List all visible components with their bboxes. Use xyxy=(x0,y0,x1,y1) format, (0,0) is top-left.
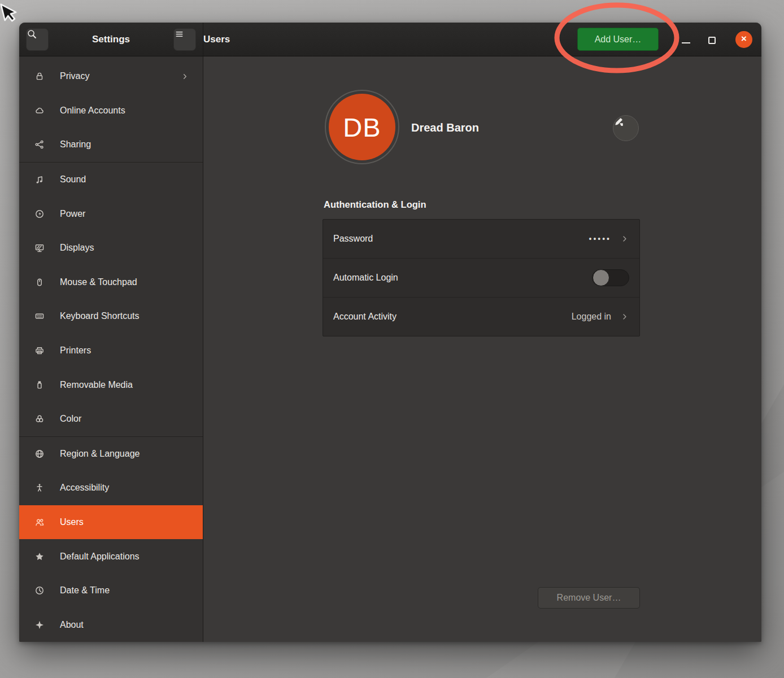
keyboard-icon xyxy=(34,311,45,321)
users-icon xyxy=(34,517,45,527)
share-icon xyxy=(34,139,45,150)
sidebar-list: PrivacyOnline AccountsSharingSoundPowerD… xyxy=(19,56,203,642)
settings-window: Settings Users Add User… × PrivacyOnline… xyxy=(19,23,761,642)
auth-login-card: Password•••••Automatic LoginAccount Acti… xyxy=(323,219,640,336)
row-right: Logged in xyxy=(572,312,629,322)
sidebar-item-color[interactable]: Color xyxy=(19,402,203,436)
sidebar-item-label: Displays xyxy=(60,243,94,253)
page-title: Users xyxy=(203,34,230,45)
cloud-icon xyxy=(34,106,45,116)
sidebar-item-keyboard-shortcuts[interactable]: Keyboard Shortcuts xyxy=(19,299,203,334)
sidebar-item-default-applications[interactable]: Default Applications xyxy=(19,539,203,574)
chevron-right-icon xyxy=(181,72,189,81)
sidebar-item-label: Mouse & Touchpad xyxy=(60,277,137,287)
pencil-icon xyxy=(613,116,638,141)
printer-icon xyxy=(34,345,45,356)
sidebar-item-label: Default Applications xyxy=(60,552,140,562)
sidebar-item-accessibility[interactable]: Accessibility xyxy=(19,471,203,505)
sidebar-item-label: Accessibility xyxy=(60,483,109,493)
automatic-login-row[interactable]: Automatic Login xyxy=(323,259,639,297)
sidebar-item-label: About xyxy=(60,620,84,630)
search-icon xyxy=(27,29,48,50)
sidebar-headerbar[interactable]: Settings xyxy=(19,23,203,56)
user-full-name: Dread Baron xyxy=(411,121,479,134)
usb-icon xyxy=(34,380,45,390)
sidebar-item-users[interactable]: Users xyxy=(19,505,203,540)
row-label: Automatic Login xyxy=(333,273,398,283)
power-icon xyxy=(34,209,45,219)
menu-button[interactable] xyxy=(173,28,196,51)
sidebar-item-date-time[interactable]: Date & Time xyxy=(19,574,203,608)
avatar: DB xyxy=(329,94,395,160)
color-icon xyxy=(34,414,45,424)
row-right xyxy=(592,269,629,286)
chevron-right-icon xyxy=(620,234,629,243)
search-button[interactable] xyxy=(26,28,49,51)
lock-icon xyxy=(34,71,45,81)
remove-user-button[interactable]: Remove User… xyxy=(538,587,640,609)
sidebar-item-power[interactable]: Power xyxy=(19,196,203,231)
globe-icon xyxy=(34,449,45,459)
sidebar-item-label: Removable Media xyxy=(60,380,133,390)
avatar-ring: DB xyxy=(325,90,399,164)
sidebar-item-about[interactable]: About xyxy=(19,608,203,642)
sidebar-item-label: Date & Time xyxy=(60,585,110,596)
main-headerbar[interactable]: Users Add User… × xyxy=(203,23,761,56)
add-user-button[interactable]: Add User… xyxy=(577,28,659,51)
sidebar-item-label: Online Accounts xyxy=(60,106,125,116)
mouse-cursor xyxy=(0,0,23,25)
clock-icon xyxy=(34,585,45,596)
sidebar-item-region-language[interactable]: Region & Language xyxy=(19,437,203,471)
sidebar-item-sound[interactable]: Sound xyxy=(19,163,203,197)
accessibility-icon xyxy=(34,483,45,493)
sidebar-item-label: Color xyxy=(60,414,81,424)
password-row[interactable]: Password••••• xyxy=(323,220,639,258)
minimize-button[interactable] xyxy=(682,42,690,43)
automatic-login-toggle[interactable] xyxy=(592,269,629,286)
row-value: ••••• xyxy=(589,234,611,243)
sidebar-item-label: Region & Language xyxy=(60,449,140,459)
row-value: Logged in xyxy=(572,312,611,322)
display-icon xyxy=(34,243,45,253)
sidebar-item-label: Sound xyxy=(60,174,86,185)
row-label: Account Activity xyxy=(333,312,397,322)
close-icon: × xyxy=(741,33,747,45)
sidebar-item-label: Keyboard Shortcuts xyxy=(60,311,140,321)
sidebar-item-mouse-touchpad[interactable]: Mouse & Touchpad xyxy=(19,265,203,300)
sidebar-item-label: Sharing xyxy=(60,139,91,150)
sidebar-item-displays[interactable]: Displays xyxy=(19,231,203,265)
sidebar-item-label: Power xyxy=(60,209,85,219)
hamburger-menu-icon xyxy=(174,29,195,50)
row-right: ••••• xyxy=(589,234,629,243)
desktop: { "window": { "sidebar": { "header": { "… xyxy=(0,0,784,678)
star-icon xyxy=(34,552,45,562)
sidebar-item-label: Printers xyxy=(60,345,91,356)
sidebar-item-online-accounts[interactable]: Online Accounts xyxy=(19,94,203,128)
chevron-right-icon xyxy=(620,312,629,321)
row-label: Password xyxy=(333,234,373,244)
close-button[interactable]: × xyxy=(735,31,752,48)
sound-icon xyxy=(34,174,45,185)
app-title: Settings xyxy=(92,34,130,45)
section-title: Authentication & Login xyxy=(324,199,426,210)
sidebar-item-printers[interactable]: Printers xyxy=(19,334,203,368)
sidebar-item-sharing[interactable]: Sharing xyxy=(19,128,203,162)
sidebar-item-label: Privacy xyxy=(60,71,89,81)
sidebar-item-removable-media[interactable]: Removable Media xyxy=(19,368,203,402)
account-activity-row[interactable]: Account ActivityLogged in xyxy=(323,298,639,336)
sidebar-item-label: Users xyxy=(60,517,84,527)
sparkle-icon xyxy=(34,620,45,630)
edit-user-button[interactable] xyxy=(613,115,639,141)
sidebar-item-privacy[interactable]: Privacy xyxy=(19,59,203,94)
maximize-button[interactable] xyxy=(708,37,716,44)
mouse-icon xyxy=(34,277,45,287)
users-panel: DB Dread Baron Authentication & Login Pa… xyxy=(203,56,761,642)
toggle-knob xyxy=(593,269,609,286)
